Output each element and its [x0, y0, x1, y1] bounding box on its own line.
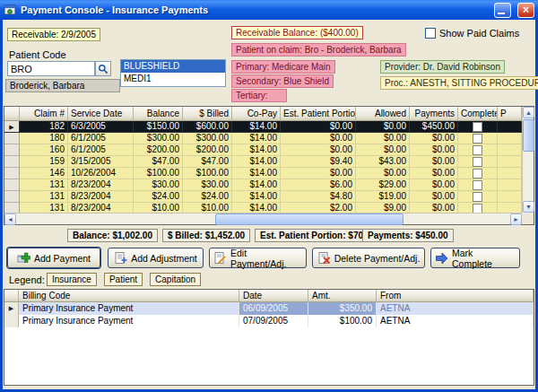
- claims-row[interactable]: ▶1826/3/2005$150.00$600.00$14.00$0.00$0.…: [4, 121, 522, 133]
- payment-cell-date: 06/09/2005: [239, 302, 308, 315]
- claims-cell-copay: $14.00: [232, 144, 281, 156]
- claims-cell-service_date: 8/23/2004: [68, 191, 134, 203]
- claims-cell-est_patient: $0.00: [281, 144, 356, 156]
- claims-cell-service_date: 8/23/2004: [68, 203, 134, 213]
- complete-cell: [458, 121, 498, 133]
- payments-grid-body: ▶Primary Insurance Payment06/09/2005$350…: [4, 302, 534, 385]
- payment-row[interactable]: ▶Primary Insurance Payment06/09/2005$350…: [4, 302, 534, 315]
- claims-column-header[interactable]: Payments: [410, 107, 458, 121]
- complete-checkbox[interactable]: [473, 204, 482, 213]
- claims-column-header[interactable]: Est. Patient Portion: [281, 107, 356, 121]
- row-selector: [4, 191, 20, 203]
- claims-cell-payments: $0.00: [410, 179, 458, 191]
- row-selector: [4, 203, 20, 213]
- payments-column-header[interactable]: Billing Code: [19, 290, 239, 302]
- claims-row[interactable]: 1593/15/2005$47.00$47.00$14.00$9.40$43.0…: [4, 156, 522, 168]
- claims-column-header[interactable]: Service Date: [68, 107, 134, 121]
- claims-row[interactable]: 1318/23/2004$10.00$10.00$14.00$2.00$9.00…: [4, 203, 522, 213]
- minimize-button[interactable]: [494, 3, 511, 18]
- claims-cell-copay: $14.00: [232, 203, 281, 213]
- claims-column-header[interactable]: Claim #: [20, 107, 68, 121]
- row-selector: [4, 144, 20, 156]
- scroll-down-button[interactable]: ▼: [523, 201, 534, 213]
- claims-horizontal-scrollbar[interactable]: ◄ ►: [4, 213, 522, 224]
- complete-checkbox[interactable]: [473, 122, 482, 132]
- patient-code-input[interactable]: [7, 61, 95, 76]
- claims-column-header[interactable]: Allowed: [356, 107, 410, 121]
- show-paid-claims-checkbox[interactable]: [425, 28, 436, 39]
- balance-summary: Balance: $1,002.00: [67, 229, 158, 242]
- claims-row[interactable]: 14610/26/2004$100.00$100.00$14.00$0.00$0…: [4, 168, 522, 179]
- mark-complete-icon: [435, 251, 448, 265]
- scroll-left-button[interactable]: ◄: [4, 213, 16, 225]
- close-button[interactable]: ×: [517, 3, 534, 18]
- claims-cell-balance: $100.00: [134, 168, 183, 179]
- claims-row[interactable]: 1318/23/2004$24.00$24.00$14.00$4.80$19.0…: [4, 191, 522, 203]
- claims-row[interactable]: 1806/1/2005$300.00$300.00$14.00$0.00$0.0…: [4, 133, 522, 144]
- claims-grid-header: Claim #Service DateBalance$ BilledCo-Pay…: [4, 107, 522, 121]
- claims-row[interactable]: 1606/1/2005$200.00$200.00$14.00$0.00$0.0…: [4, 144, 522, 156]
- legend-chip: Patient: [104, 273, 143, 286]
- claims-cell-billed: $100.00: [183, 168, 232, 179]
- claims-cell-service_date: 6/1/2005: [68, 144, 134, 156]
- claims-cell-billed: $10.00: [183, 203, 232, 213]
- claims-row[interactable]: 1318/23/2004$30.00$30.00$14.00$6.00$29.0…: [4, 179, 522, 191]
- claims-cell-service_date: 6/3/2005: [68, 121, 134, 133]
- claims-cell-billed: $47.00: [183, 156, 232, 168]
- plans-listbox[interactable]: BLUESHIELDMEDI1: [120, 59, 226, 87]
- claims-cell-extra: [498, 179, 522, 191]
- receivable-label: Receivable: 2/9/2005: [7, 28, 100, 41]
- procedure-label: Proc.: ANESTH, SITTING PROCEDURE: [380, 76, 538, 90]
- claims-column-header[interactable]: $ Billed: [183, 107, 232, 121]
- claims-cell-balance: $10.00: [134, 203, 183, 213]
- horizontal-scroll-thumb[interactable]: [215, 213, 404, 225]
- plan-item[interactable]: BLUESHIELD: [121, 60, 225, 73]
- add-payment-button[interactable]: Add Payment: [7, 248, 100, 268]
- payment-cell-from: AETNA: [377, 302, 534, 315]
- complete-checkbox[interactable]: [473, 180, 482, 190]
- claims-grid: Claim #Service DateBalance$ BilledCo-Pay…: [4, 106, 534, 225]
- claims-column-header[interactable]: P: [498, 107, 522, 121]
- payments-summary: Payments: $450.00: [362, 229, 454, 242]
- add-adjustment-label: Add Adjustment: [131, 253, 197, 264]
- complete-cell: [458, 191, 498, 203]
- edit-payment-button[interactable]: Edit Payment/Adj.: [209, 248, 307, 268]
- claims-vertical-scrollbar[interactable]: ▲ ▼: [522, 107, 534, 213]
- scroll-up-button[interactable]: ▲: [523, 107, 534, 118]
- claims-cell-claim: 131: [20, 179, 68, 191]
- complete-checkbox[interactable]: [473, 192, 482, 202]
- legend-chips: InsurancePatientCapitation: [47, 273, 201, 286]
- claims-column-header[interactable]: Complete: [458, 107, 498, 121]
- claims-cell-payments: $0.00: [410, 203, 458, 213]
- delete-payment-button[interactable]: Delete Payment/Adj.: [312, 248, 425, 268]
- claims-cell-extra: [498, 156, 522, 168]
- payment-row[interactable]: Primary Insurance Payment07/09/2005$100.…: [4, 315, 534, 327]
- claims-cell-extra: [498, 191, 522, 203]
- complete-checkbox[interactable]: [473, 145, 482, 155]
- claims-cell-allowed: $43.00: [356, 156, 410, 168]
- plan-item[interactable]: MEDI1: [121, 73, 225, 85]
- payment-cell-amount: $350.00: [308, 302, 377, 315]
- search-button[interactable]: [95, 61, 111, 76]
- claims-column-header[interactable]: Co-Pay: [232, 107, 281, 121]
- claims-grid-body: ▶1826/3/2005$150.00$600.00$14.00$0.00$0.…: [4, 121, 522, 213]
- payments-column-header[interactable]: From: [377, 290, 534, 302]
- claims-cell-copay: $14.00: [232, 121, 281, 133]
- claims-cell-allowed: $0.00: [356, 168, 410, 179]
- add-adjustment-button[interactable]: Add Adjustment: [108, 248, 204, 268]
- claims-column-header[interactable]: Balance: [134, 107, 183, 121]
- scroll-right-button[interactable]: ►: [510, 213, 522, 225]
- row-selector: [4, 168, 20, 179]
- mark-complete-button[interactable]: Mark Complete: [430, 248, 520, 268]
- complete-checkbox[interactable]: [473, 134, 482, 144]
- vertical-scroll-thumb[interactable]: [523, 119, 534, 152]
- complete-checkbox[interactable]: [473, 157, 482, 167]
- payments-column-header[interactable]: Amt.: [308, 290, 377, 302]
- payments-column-header[interactable]: Date: [239, 290, 308, 302]
- claims-cell-claim: 159: [20, 156, 68, 168]
- claims-cell-service_date: 6/1/2005: [68, 133, 134, 144]
- complete-checkbox[interactable]: [473, 169, 482, 179]
- claims-cell-allowed: $0.00: [356, 144, 410, 156]
- claims-cell-est_patient: $2.00: [281, 203, 356, 213]
- claims-cell-billed: $24.00: [183, 191, 232, 203]
